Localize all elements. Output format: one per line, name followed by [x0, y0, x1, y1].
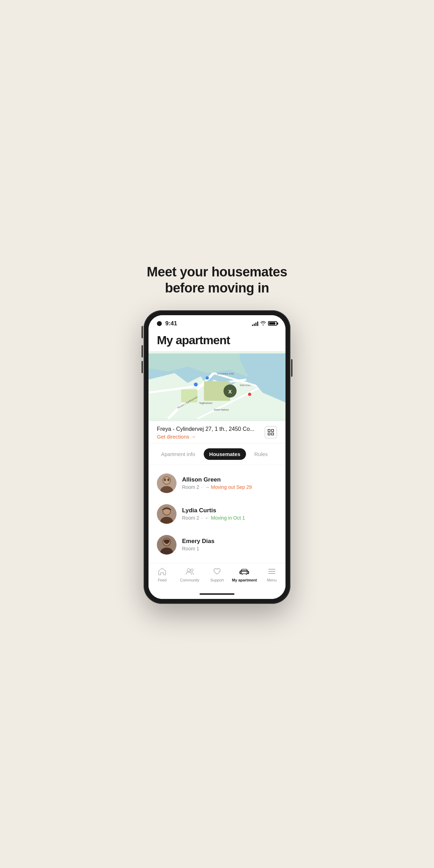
- housemate-name: Lydia Curtis: [182, 507, 245, 514]
- svg-point-29: [167, 478, 169, 481]
- hero-section: Meet your housemates before moving in: [147, 264, 287, 296]
- svg-text:Teglholmen: Teglholmen: [199, 402, 212, 405]
- moving-out-status: → Moving out Sep 29: [205, 484, 252, 490]
- wifi-icon: [260, 321, 266, 326]
- tab-housemates[interactable]: Housemates: [204, 448, 246, 460]
- avatar: [157, 504, 176, 524]
- svg-point-14: [248, 392, 251, 396]
- camera-dot: [157, 321, 162, 326]
- housemates-list: Allison Green Room 2 · → Moving out Sep …: [149, 465, 285, 563]
- avatar: [157, 473, 176, 493]
- svg-text:Kirkeskibet 2450: Kirkeskibet 2450: [217, 372, 234, 375]
- housemate-room: Room 2 · → Moving out Sep 29: [182, 484, 252, 490]
- battery-fill: [269, 322, 275, 325]
- people-icon: [185, 567, 194, 577]
- svg-point-38: [187, 569, 190, 572]
- svg-rect-22: [268, 433, 270, 435]
- battery-icon: [268, 321, 277, 326]
- housemate-info: Emery Dias Room 1: [182, 538, 215, 551]
- feed-label: Feed: [158, 578, 167, 582]
- svg-rect-23: [272, 433, 274, 435]
- support-label: Support: [210, 578, 224, 582]
- signal-bars-icon: [252, 321, 258, 326]
- svg-point-12: [194, 382, 198, 386]
- tabs-container: Apartment info Housemates Rules: [149, 443, 285, 465]
- nav-item-my-apartment[interactable]: My apartment: [231, 567, 258, 582]
- housemate-room: Room 1: [182, 546, 215, 551]
- nav-item-support[interactable]: Support: [203, 567, 231, 582]
- status-bar: 9:41: [149, 315, 285, 330]
- housemate-item[interactable]: Allison Green Room 2 · → Moving out Sep …: [149, 468, 285, 499]
- menu-label: Menu: [267, 578, 277, 582]
- community-label: Community: [180, 578, 200, 582]
- location-address: Freya - Cylindervej 27, 1 th., 2450 Co..…: [157, 426, 254, 432]
- svg-rect-20: [268, 429, 270, 432]
- housemate-info: Lydia Curtis Room 2 · ← Moving in Oct 1: [182, 507, 245, 521]
- housemate-info: Allison Green Room 2 · → Moving out Sep …: [182, 476, 252, 490]
- avatar: [157, 535, 176, 555]
- housemate-name: Allison Green: [182, 476, 252, 483]
- housemate-room: Room 2 · ← Moving in Oct 1: [182, 515, 245, 521]
- status-icons: [252, 321, 277, 326]
- nav-item-feed[interactable]: Feed: [149, 567, 176, 582]
- bottom-nav: Feed Community: [149, 563, 285, 589]
- moving-in-status: ← Moving in Oct 1: [205, 515, 245, 521]
- home-indicator: [200, 593, 234, 595]
- heart-icon: [213, 567, 221, 577]
- nav-item-community[interactable]: Community: [176, 567, 203, 582]
- get-directions-button[interactable]: Get directions →: [157, 434, 254, 440]
- svg-point-39: [190, 569, 193, 571]
- map-container[interactable]: X Skolen i Sydhavnen Kirkeskibet 2450 MA…: [149, 351, 285, 421]
- housemate-name: Emery Dias: [182, 538, 215, 545]
- nav-item-menu[interactable]: Menu: [258, 567, 285, 582]
- house-icon: [158, 567, 166, 577]
- menu-icon: [268, 567, 276, 577]
- location-text: Freya - Cylindervej 27, 1 th., 2450 Co..…: [157, 426, 254, 440]
- svg-rect-21: [272, 429, 274, 432]
- housemate-item[interactable]: Emery Dias Room 1: [149, 529, 285, 560]
- svg-text:X: X: [228, 388, 232, 394]
- phone-screen: 9:41: [149, 315, 285, 599]
- location-info: Freya - Cylindervej 27, 1 th., 2450 Co..…: [149, 421, 285, 443]
- svg-point-13: [205, 376, 209, 379]
- app-title: My apartment: [157, 333, 277, 347]
- svg-point-28: [164, 478, 166, 481]
- hero-title: Meet your housemates before moving in: [147, 264, 287, 296]
- status-left: 9:41: [157, 320, 177, 327]
- phone-frame: 9:41: [144, 310, 290, 604]
- svg-rect-41: [241, 569, 247, 571]
- sofa-icon: [239, 567, 249, 577]
- status-time: 9:41: [165, 320, 177, 327]
- housemate-item[interactable]: Lydia Curtis Room 2 · ← Moving in Oct 1: [149, 499, 285, 529]
- svg-text:MAN Ener...: MAN Ener...: [240, 384, 252, 386]
- svg-text:Sweet Harbour: Sweet Harbour: [214, 408, 229, 411]
- page-wrapper: Meet your housemates before moving in 9:…: [130, 264, 304, 603]
- app-header: My apartment: [149, 330, 285, 351]
- tab-apartment-info[interactable]: Apartment info: [155, 448, 201, 460]
- expand-map-button[interactable]: [265, 426, 277, 439]
- tab-rules[interactable]: Rules: [249, 448, 273, 460]
- app-content: My apartment: [149, 330, 285, 599]
- my-apartment-label: My apartment: [232, 578, 257, 582]
